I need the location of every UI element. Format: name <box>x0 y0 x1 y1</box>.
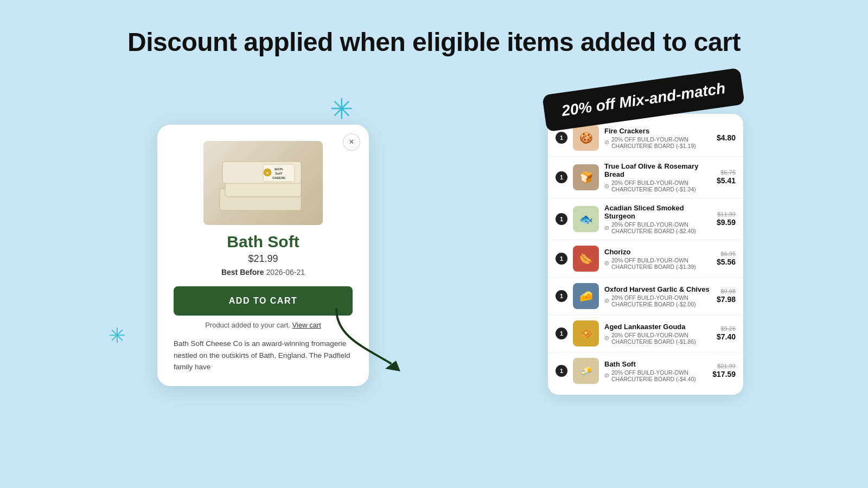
cart-item-qty: 1 <box>556 132 567 144</box>
cart-item-name: Bath Soft <box>604 360 707 368</box>
cart-item-qty: 1 <box>556 253 567 265</box>
svg-text:SofT: SofT <box>275 172 283 175</box>
cart-item: 1 🌭 Chorizo ⊘ 20% OFF BUILD-YOUR-OWN CHA… <box>548 240 743 278</box>
cart-item-discount: ⊘ 20% OFF BUILD-YOUR-OWN CHARCUTERIE BOA… <box>604 136 711 149</box>
svg-text:ChEESE: ChEESE <box>272 176 285 179</box>
cart-item: 1 🐟 Acadian Sliced Smoked Sturgeon ⊘ 20%… <box>548 198 743 240</box>
price-discounted: $17.59 <box>712 370 736 378</box>
cart-item-image: 🍪 <box>573 125 599 151</box>
cart-item-discount: ⊘ 20% OFF BUILD-YOUR-OWN CHARCUTERIE BOA… <box>604 179 711 192</box>
cart-item: 1 🍞 True Loaf Olive & Rosemary Bread ⊘ 2… <box>548 157 743 198</box>
product-price: $21.99 <box>174 253 353 265</box>
discount-icon: ⊘ <box>604 224 609 232</box>
discount-icon: ⊘ <box>604 139 609 146</box>
cart-item-qty: 1 <box>556 328 567 339</box>
cart-panel: 1 🍪 Fire Crackers ⊘ 20% OFF BUILD-YOUR-O… <box>548 114 743 395</box>
cart-item-discount: ⊘ 20% OFF BUILD-YOUR-OWN CHARCUTERIE BOA… <box>604 221 711 234</box>
star-decoration-large: ✳ <box>330 95 354 123</box>
best-before: Best Before 2026-06-21 <box>174 268 353 277</box>
discount-icon: ⊘ <box>604 183 609 190</box>
cart-item-name: Acadian Sliced Smoked Sturgeon <box>604 204 711 220</box>
price-original: $6.95 <box>717 251 736 257</box>
discount-text: 20% OFF BUILD-YOUR-OWN CHARCUTERIE BOARD… <box>611 369 707 382</box>
view-cart-link[interactable]: View cart <box>292 321 321 329</box>
cart-item-name: Oxford Harvest Garlic & Chives <box>604 285 711 293</box>
cart-item: 1 🧈 Bath Soft ⊘ 20% OFF BUILD-YOUR-OWN C… <box>548 352 743 389</box>
cart-item-info: Aged Lankaaster Gouda ⊘ 20% OFF BUILD-YO… <box>604 323 711 345</box>
discount-icon: ⊘ <box>604 260 609 267</box>
cart-item-img-inner: 🧀 <box>573 283 599 309</box>
cart-item-image: 🌭 <box>573 246 599 272</box>
price-original: $21.99 <box>712 363 736 369</box>
cart-item-img-inner: 🍪 <box>573 125 599 151</box>
discount-text: 20% OFF BUILD-YOUR-OWN CHARCUTERIE BOARD… <box>611 294 711 307</box>
price-discounted: $5.56 <box>717 258 736 266</box>
cart-item-img-inner: 🧇 <box>573 320 599 346</box>
cart-item-info: True Loaf Olive & Rosemary Bread ⊘ 20% O… <box>604 162 711 192</box>
cart-item-info: Acadian Sliced Smoked Sturgeon ⊘ 20% OFF… <box>604 204 711 234</box>
cart-item-img-inner: 🌭 <box>573 246 599 272</box>
cart-item-img-inner: 🐟 <box>573 206 599 232</box>
cart-item-prices: $4.80 <box>717 133 736 143</box>
cart-item-qty: 1 <box>556 171 567 183</box>
cart-item-image: 🧈 <box>573 358 599 384</box>
star-decoration-small: ✳ <box>108 325 126 346</box>
discount-text: 20% OFF BUILD-YOUR-OWN CHARCUTERIE BOARD… <box>611 136 711 149</box>
discount-icon: ⊘ <box>604 335 609 342</box>
cart-item: 1 🧀 Oxford Harvest Garlic & Chives ⊘ 20%… <box>548 278 743 315</box>
cart-item-image: 🐟 <box>573 206 599 232</box>
cart-item-info: Bath Soft ⊘ 20% OFF BUILD-YOUR-OWN CHARC… <box>604 360 707 382</box>
price-discounted: $7.98 <box>717 295 736 304</box>
cart-item-prices: $11.99 $9.59 <box>717 211 736 227</box>
cart-item-qty: 1 <box>556 290 567 302</box>
price-discounted: $5.41 <box>717 176 736 185</box>
cart-item-prices: $21.99 $17.59 <box>712 363 736 379</box>
cart-item-name: Fire Crackers <box>604 127 711 135</box>
cart-item-discount: ⊘ 20% OFF BUILD-YOUR-OWN CHARCUTERIE BOA… <box>604 369 707 382</box>
page-heading: Discount applied when eligible items add… <box>0 0 868 57</box>
cart-item-qty: 1 <box>556 213 567 225</box>
cart-item-image: 🧀 <box>573 283 599 309</box>
cart-item-img-inner: 🍞 <box>573 164 599 190</box>
cart-item-info: Oxford Harvest Garlic & Chives ⊘ 20% OFF… <box>604 285 711 307</box>
price-original: $6.75 <box>717 169 736 176</box>
svg-text:B: B <box>266 171 269 175</box>
price-discounted: $9.59 <box>717 218 736 227</box>
svg-text:BATh: BATh <box>275 168 283 171</box>
cart-item-prices: $6.95 $5.56 <box>717 251 736 267</box>
cart-item-info: Chorizo ⊘ 20% OFF BUILD-YOUR-OWN CHARCUT… <box>604 248 711 270</box>
product-name: Bath Soft <box>174 233 353 251</box>
cart-item-qty: 1 <box>556 365 567 377</box>
cart-item-prices: $9.98 $7.98 <box>717 288 736 304</box>
price-discounted: $7.40 <box>717 332 736 341</box>
arrow-decoration <box>320 304 412 374</box>
modal-close-button[interactable]: × <box>343 133 360 151</box>
product-image: BATh SofT ChEESE B <box>203 141 323 225</box>
price-original: $11.99 <box>717 211 736 217</box>
price-discounted: $4.80 <box>717 133 736 142</box>
cart-item-name: True Loaf Olive & Rosemary Bread <box>604 162 711 178</box>
cart-item-image: 🍞 <box>573 164 599 190</box>
discount-text: 20% OFF BUILD-YOUR-OWN CHARCUTERIE BOARD… <box>611 221 711 234</box>
cart-item-info: Fire Crackers ⊘ 20% OFF BUILD-YOUR-OWN C… <box>604 127 711 149</box>
discount-icon: ⊘ <box>604 297 609 304</box>
cart-item-name: Chorizo <box>604 248 711 256</box>
cart-item-image: 🧇 <box>573 320 599 346</box>
price-original: $9.98 <box>717 288 736 294</box>
discount-text: 20% OFF BUILD-YOUR-OWN CHARCUTERIE BOARD… <box>611 332 711 345</box>
cart-item-discount: ⊘ 20% OFF BUILD-YOUR-OWN CHARCUTERIE BOA… <box>604 257 711 270</box>
cart-item-prices: $9.26 $7.40 <box>717 325 736 342</box>
cart-item-img-inner: 🧈 <box>573 358 599 384</box>
cart-item-name: Aged Lankaaster Gouda <box>604 323 711 331</box>
discount-text: 20% OFF BUILD-YOUR-OWN CHARCUTERIE BOARD… <box>611 257 711 270</box>
cart-item-prices: $6.75 $5.41 <box>717 169 736 185</box>
price-original: $9.26 <box>717 325 736 332</box>
cart-item-discount: ⊘ 20% OFF BUILD-YOUR-OWN CHARCUTERIE BOA… <box>604 294 711 307</box>
discount-text: 20% OFF BUILD-YOUR-OWN CHARCUTERIE BOARD… <box>611 179 711 192</box>
product-image-area: BATh SofT ChEESE B <box>174 141 353 225</box>
cheese-svg: BATh SofT ChEESE B <box>209 145 317 221</box>
cart-item-discount: ⊘ 20% OFF BUILD-YOUR-OWN CHARCUTERIE BOA… <box>604 332 711 345</box>
discount-icon: ⊘ <box>604 372 609 379</box>
cart-item: 1 🧇 Aged Lankaaster Gouda ⊘ 20% OFF BUIL… <box>548 315 743 352</box>
